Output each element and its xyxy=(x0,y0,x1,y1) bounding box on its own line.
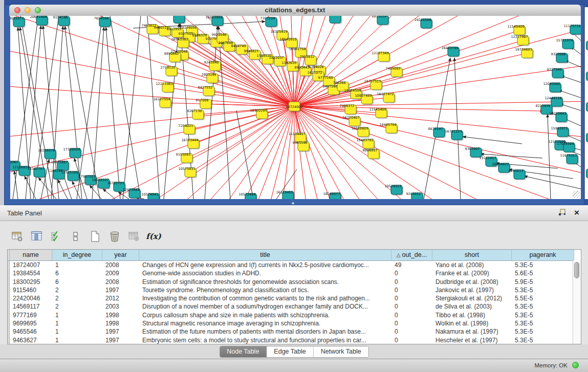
row-height-button[interactable] xyxy=(70,230,82,243)
graph-node[interactable] xyxy=(330,16,341,23)
table-row[interactable]: 1830029562008Estimation of significance … xyxy=(8,278,581,286)
tab-network-table[interactable]: Network Table xyxy=(314,346,368,357)
cell-out_degree[interactable]: 0 xyxy=(391,294,432,302)
select-columns-button[interactable] xyxy=(50,230,62,243)
table-row[interactable]: 946554611997Estimation of the future num… xyxy=(8,327,581,336)
cell-title[interactable]: Structural magnetic resonance image aver… xyxy=(139,319,391,327)
show-columns-button[interactable] xyxy=(31,230,43,243)
table-row[interactable]: 2242004622012Investigating the contribut… xyxy=(8,294,581,302)
cell-title[interactable]: Estimation of significance thresholds fo… xyxy=(139,278,391,286)
cell-in_degree[interactable]: 1 xyxy=(52,327,102,336)
cell-year[interactable]: 2008 xyxy=(102,261,139,269)
float-panel-button[interactable] xyxy=(557,208,568,217)
cell-short[interactable]: Franke et al. (2009) xyxy=(432,269,512,277)
column-header-short[interactable]: short xyxy=(432,250,512,260)
table-row[interactable]: 969969511998Structural magnetic resonanc… xyxy=(8,319,581,327)
cell-out_degree[interactable]: 49 xyxy=(391,261,432,269)
cell-pagerank[interactable]: 5.3E-5 xyxy=(512,261,574,269)
cell-name[interactable]: 9463627 xyxy=(10,336,52,344)
split-pane-handle[interactable]: ▲ xyxy=(291,201,295,205)
cell-pagerank[interactable]: 5.3E-5 xyxy=(512,286,574,294)
cell-title[interactable]: Disruption of a novel member of a sodium… xyxy=(139,302,391,311)
close-panel-button[interactable]: × xyxy=(572,208,582,217)
cell-year[interactable]: 2012 xyxy=(102,294,139,302)
cell-name[interactable]: 18300295 xyxy=(10,278,52,286)
cell-pagerank[interactable]: 5.3E-5 xyxy=(512,311,574,319)
table-row[interactable]: 1872400712008Changes of HCN gene express… xyxy=(8,261,581,269)
cell-in_degree[interactable]: 6 xyxy=(52,278,102,286)
column-header-in_degree[interactable]: in_degree xyxy=(52,250,102,260)
cell-pagerank[interactable]: 5.3E-5 xyxy=(512,336,574,344)
cell-name[interactable]: 9699695 xyxy=(10,319,52,327)
cell-short[interactable]: de Silva et al. (2003) xyxy=(432,302,512,311)
table-row[interactable]: 1456911722003Disruption of a novel membe… xyxy=(8,302,581,311)
table-row[interactable]: 977716911998Corpus callosum shape and si… xyxy=(8,311,581,319)
cell-year[interactable]: 1997 xyxy=(102,327,139,336)
cell-out_degree[interactable]: 0 xyxy=(391,269,432,277)
scrollbar-thumb[interactable] xyxy=(574,262,579,278)
cell-year[interactable]: 1998 xyxy=(102,319,139,327)
cell-title[interactable]: Estimation of the future numbers of pati… xyxy=(139,327,391,336)
vertical-scrollbar[interactable] xyxy=(573,260,581,344)
table-settings-button[interactable] xyxy=(11,230,24,243)
cell-short[interactable]: Stergiakouli et al. (2012) xyxy=(432,294,512,302)
cell-in_degree[interactable]: 1 xyxy=(52,319,102,327)
cell-title[interactable]: Genome-wide association studies in ADHD. xyxy=(139,269,391,277)
cell-name[interactable]: 9465546 xyxy=(10,327,52,336)
cell-short[interactable]: Jankovic et al. (1997) xyxy=(432,286,512,294)
cell-title[interactable]: Tourette syndrome. Phenomenology and cla… xyxy=(139,286,391,294)
column-header-year[interactable]: year xyxy=(102,250,139,260)
function-builder-button[interactable]: f(x) xyxy=(147,230,160,243)
cell-out_degree[interactable]: 0 xyxy=(391,319,432,327)
cell-title[interactable]: Changes of HCN gene expression and I(f) … xyxy=(139,261,391,269)
cell-in_degree[interactable]: 2 xyxy=(52,294,102,302)
cell-title[interactable]: Embryonic stem cells: a model to study s… xyxy=(139,336,391,344)
cell-name[interactable]: 18724007 xyxy=(10,261,52,269)
table-row[interactable]: 911546021997Tourette syndrome. Phenomeno… xyxy=(8,286,581,294)
cell-out_degree[interactable]: 0 xyxy=(391,302,432,311)
new-column-button[interactable] xyxy=(89,230,101,243)
cell-title[interactable]: Investigating the contribution of common… xyxy=(139,294,391,302)
cell-short[interactable]: Yano et al. (2008) xyxy=(432,261,512,269)
cell-pagerank[interactable]: 5.3E-5 xyxy=(512,319,574,327)
cell-in_degree[interactable]: 1 xyxy=(52,311,102,319)
cell-pagerank[interactable]: 5.6E-5 xyxy=(512,269,574,277)
cell-in_degree[interactable]: 2 xyxy=(52,286,102,294)
cell-out_degree[interactable]: 0 xyxy=(391,327,432,336)
column-header-name[interactable]: name xyxy=(10,250,52,260)
cell-pagerank[interactable]: 5.5E-5 xyxy=(512,294,574,302)
cell-year[interactable]: 1997 xyxy=(102,286,139,294)
cell-short[interactable]: Hescheler et al. (1997) xyxy=(432,336,512,344)
cell-name[interactable]: 14569117 xyxy=(10,302,52,311)
tab-node-table[interactable]: Node Table xyxy=(220,346,267,357)
cell-year[interactable]: 2009 xyxy=(102,269,139,277)
graph-node[interactable] xyxy=(173,16,185,23)
cell-pagerank[interactable]: 5.3E-5 xyxy=(512,327,574,336)
cell-pagerank[interactable]: 5.9E-5 xyxy=(512,278,574,286)
cell-title[interactable]: Corpus callosum shape and size in male p… xyxy=(139,311,391,319)
delete-column-button[interactable] xyxy=(108,230,121,243)
column-header-title[interactable]: title xyxy=(139,250,391,260)
cell-short[interactable]: Nakamura et al. (1997) xyxy=(432,327,512,336)
table-row[interactable]: 1938455462009Genome-wide association stu… xyxy=(8,269,581,277)
cell-pagerank[interactable]: 5.3E-5 xyxy=(512,302,574,311)
cell-in_degree[interactable]: 1 xyxy=(52,261,102,269)
delete-table-button-disabled[interactable] xyxy=(128,230,140,243)
table-row[interactable]: 946362711997Embryonic stem cells: a mode… xyxy=(8,336,581,344)
cell-year[interactable]: 1998 xyxy=(102,311,139,319)
cell-in_degree[interactable]: 6 xyxy=(52,269,102,277)
cell-name[interactable]: 22420046 xyxy=(10,294,52,302)
cell-out_degree[interactable]: 0 xyxy=(391,311,432,319)
cell-in_degree[interactable]: 1 xyxy=(52,336,102,344)
cell-short[interactable]: Dudbridge et al. (2008) xyxy=(432,278,512,286)
network-view-canvas[interactable]: 7463822946012389129551822605893275051654… xyxy=(10,16,581,199)
cell-name[interactable]: 9115460 xyxy=(10,286,52,294)
cell-out_degree[interactable]: 0 xyxy=(391,286,432,294)
cell-out_degree[interactable]: 0 xyxy=(391,278,432,286)
cell-year[interactable]: 1997 xyxy=(102,336,139,344)
tab-edge-table[interactable]: Edge Table xyxy=(267,346,313,357)
cell-in_degree[interactable]: 2 xyxy=(52,302,102,311)
cell-name[interactable]: 9777169 xyxy=(10,311,52,319)
cell-short[interactable]: Wolkin et al. (1998) xyxy=(432,319,512,327)
resize-grip[interactable] xyxy=(573,191,580,198)
